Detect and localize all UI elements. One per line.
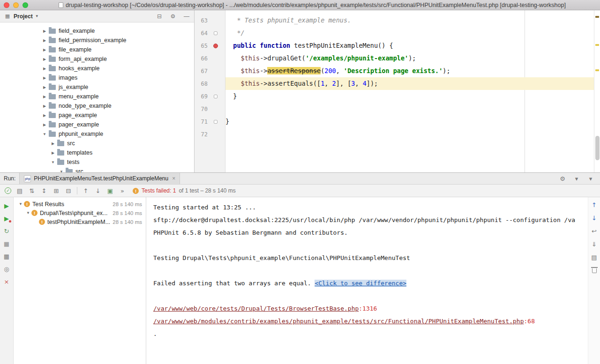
chevron-right-icon[interactable]: ▶ xyxy=(41,29,48,33)
test-tree-item[interactable]: !testPhpUnitExampleM...28 s 140 ms xyxy=(14,217,146,226)
project-tree-item-label: tests xyxy=(67,159,79,165)
error-stripe[interactable] xyxy=(594,10,600,172)
project-tree-item[interactable]: ▶page_example xyxy=(0,111,194,120)
project-tree-item[interactable]: ▶hooks_example xyxy=(0,64,194,73)
chevron-down-icon[interactable]: ▼ xyxy=(41,132,48,136)
show-passed-icon[interactable]: ✓ xyxy=(5,187,11,194)
close-button[interactable]: × xyxy=(3,278,10,285)
editor-code-area[interactable]: * Tests phpunit_example menus. */ public… xyxy=(225,10,600,172)
clear-all-icon[interactable] xyxy=(592,268,597,273)
see-difference-link[interactable]: <Click to see difference> xyxy=(315,280,406,287)
settings-icon[interactable]: ⚙ xyxy=(559,175,566,182)
tab-close-icon[interactable]: × xyxy=(172,175,175,182)
project-tree-item[interactable]: ▶src xyxy=(0,139,194,148)
pin-tab-button[interactable]: ◎ xyxy=(3,265,10,273)
project-tree-item[interactable]: ▶field_example xyxy=(0,26,194,36)
code-line[interactable]: $this->drupalGet('/examples/phpunit-exam… xyxy=(225,52,600,65)
chevron-right-icon[interactable]: ▶ xyxy=(41,123,48,127)
open-results-icon[interactable]: ▣ xyxy=(106,187,114,194)
project-tree-item[interactable]: ▶file_example xyxy=(0,45,194,54)
next-failed-test-icon[interactable]: ↓ xyxy=(94,187,102,194)
restore-layout-button[interactable]: ▦ xyxy=(3,253,10,260)
stop-button[interactable]: ■ xyxy=(3,240,10,247)
minimize-window-button[interactable] xyxy=(13,2,19,8)
test-failed-gutter-icon[interactable] xyxy=(213,44,218,48)
project-tree-item[interactable]: ▼phpunit_example xyxy=(0,129,194,139)
chevron-right-icon[interactable]: ▶ xyxy=(41,38,48,43)
project-tree-item[interactable]: ▶field_permission_example xyxy=(0,36,194,45)
gutter-row: 64 xyxy=(195,27,225,39)
project-view-dropdown-icon[interactable]: ▼ xyxy=(35,14,39,18)
code-token: $this xyxy=(241,67,260,74)
project-tree-item-label: page_example xyxy=(59,112,97,119)
show-console-icon[interactable]: ▤ xyxy=(16,187,23,194)
previous-failed-test-icon[interactable]: ↑ xyxy=(82,187,90,194)
chevron-right-icon[interactable]: ▶ xyxy=(41,67,48,71)
chevron-down-icon[interactable]: ▼ xyxy=(25,211,31,215)
editor[interactable]: 63646566676869707172 * Tests phpunit_exa… xyxy=(195,10,600,172)
code-line[interactable]: } xyxy=(225,90,600,103)
chevron-right-icon[interactable]: ▶ xyxy=(50,151,56,155)
fold-marker-icon[interactable] xyxy=(214,95,218,98)
print-icon[interactable]: ▤ xyxy=(591,253,598,261)
rerun-failed-tests-button[interactable]: ▶ xyxy=(3,215,10,222)
next-occurrence-icon[interactable]: ↓ xyxy=(591,214,598,222)
collapse-all-icon[interactable]: ⊟ xyxy=(156,13,163,20)
project-tree-item[interactable]: ▶menu_example xyxy=(0,92,194,101)
scroll-to-end-icon[interactable]: ⇓ xyxy=(591,240,598,248)
test-console[interactable]: Testing started at 13:25 ...sftp://docke… xyxy=(146,197,588,364)
project-panel-title[interactable]: Project xyxy=(14,13,33,20)
settings-caret-icon[interactable]: ▾ xyxy=(573,175,580,182)
hide-panel-icon[interactable]: ▾ xyxy=(587,175,594,182)
code-line[interactable]: } xyxy=(225,115,600,128)
file-link[interactable]: /var/www/web/modules/contrib/examples/ph… xyxy=(153,318,524,325)
code-line[interactable]: public function testPhpUnitExampleMenu()… xyxy=(225,39,600,52)
previous-occurrence-icon[interactable]: ↑ xyxy=(591,201,598,208)
chevron-right-icon[interactable]: ▶ xyxy=(41,48,48,52)
settings-icon[interactable]: ⚙ xyxy=(169,13,177,20)
code-line[interactable]: * Tests phpunit_example menus. xyxy=(225,14,600,27)
toggle-auto-test-button[interactable]: ↻ xyxy=(3,227,10,235)
chevron-right-icon[interactable]: ▶ xyxy=(41,85,48,89)
test-tree-item[interactable]: ▼!Test Results28 s 140 ms xyxy=(14,200,146,208)
fold-marker-icon[interactable] xyxy=(214,120,218,124)
code-line[interactable]: $this->assertResponse(200, 'Description … xyxy=(225,65,600,77)
chevron-right-icon[interactable]: ▶ xyxy=(41,113,48,118)
rerun-button[interactable]: ▶ xyxy=(3,202,10,209)
collapse-all-icon[interactable]: ⊟ xyxy=(65,187,72,194)
project-tree-item[interactable]: ▼src xyxy=(0,167,194,172)
file-link[interactable]: /var/www/web/core/tests/Drupal/Tests/Bro… xyxy=(153,305,359,312)
more-options-icon[interactable]: » xyxy=(119,187,126,194)
code-line[interactable] xyxy=(225,128,600,141)
project-tree-item[interactable]: ▶form_api_example xyxy=(0,54,194,64)
soft-wrap-icon[interactable]: ↩ xyxy=(591,227,598,235)
chevron-down-icon[interactable]: ▼ xyxy=(50,160,56,164)
sort-alphabetically-icon[interactable]: ⇅ xyxy=(28,187,36,194)
code-line[interactable]: */ xyxy=(225,27,600,39)
chevron-right-icon[interactable]: ▶ xyxy=(50,141,56,146)
fold-marker-icon[interactable] xyxy=(214,31,218,35)
sort-by-duration-icon[interactable]: ↕ xyxy=(40,187,48,194)
code-token: , xyxy=(324,80,332,87)
chevron-right-icon[interactable]: ▶ xyxy=(41,57,48,61)
project-tree-item[interactable]: ▼tests xyxy=(0,157,194,167)
project-tree-item[interactable]: ▶node_type_example xyxy=(0,101,194,111)
test-tree-item[interactable]: ▼!Drupal\Tests\phpunit_ex...28 s 140 ms xyxy=(14,208,146,217)
zoom-window-button[interactable] xyxy=(22,2,28,8)
project-tree-item[interactable]: ▶pager_example xyxy=(0,120,194,129)
hide-panel-icon[interactable]: ― xyxy=(183,13,190,20)
chevron-down-icon[interactable]: ▼ xyxy=(17,202,24,206)
editor-scrollbar[interactable] xyxy=(595,136,600,160)
chevron-right-icon[interactable]: ▶ xyxy=(41,76,48,80)
expand-all-icon[interactable]: ⊞ xyxy=(52,187,60,194)
close-window-button[interactable] xyxy=(4,2,9,8)
chevron-right-icon[interactable]: ▶ xyxy=(41,104,48,108)
code-line[interactable] xyxy=(225,103,600,115)
php-file-icon: php xyxy=(24,175,31,182)
project-tree-item[interactable]: ▶js_example xyxy=(0,82,194,92)
run-tab[interactable]: php PHPUnitExampleMenuTest.testPhpUnitEx… xyxy=(19,173,180,184)
project-tree-item[interactable]: ▶templates xyxy=(0,148,194,157)
code-line[interactable]: $this->assertEquals([1, 2], [3, 4]); xyxy=(225,77,600,90)
chevron-right-icon[interactable]: ▶ xyxy=(41,95,48,99)
project-tree-item[interactable]: ▶images xyxy=(0,73,194,82)
